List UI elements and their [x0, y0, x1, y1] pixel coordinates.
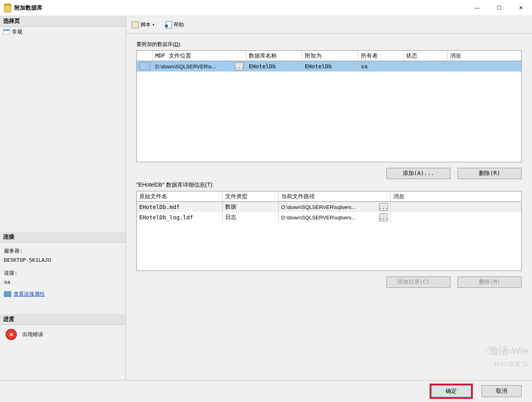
col-filetype[interactable]: 文件类型 — [223, 191, 279, 202]
cell-mdf[interactable]: D:\down\SQLSERVER\s... ... — [153, 61, 246, 72]
titlebar: 附加数据库 — ☐ ✕ — [0, 0, 532, 16]
grid-row[interactable]: EHotelDb.mdf 数据 D:\down\SQLSERVER\sqlser… — [137, 202, 521, 212]
add-directory-button: 添加目录(C)... — [386, 277, 450, 288]
progress-header: 进度 — [0, 314, 126, 325]
cell-status — [404, 61, 448, 72]
cell-owner[interactable]: sa — [358, 61, 404, 72]
script-icon — [132, 21, 139, 28]
main-panel: 脚本 ▾ 帮助 要附加的数据库(D): MDF 文件位置 数据库名称 附加为 — [126, 16, 532, 380]
maximize-button[interactable]: ☐ — [488, 0, 510, 16]
col-msg[interactable]: 消息 — [391, 191, 521, 202]
progress-text: 出现错误 — [22, 331, 43, 338]
col-dbname[interactable]: 数据库名称 — [246, 51, 302, 61]
browse-path-button[interactable]: ... — [379, 203, 388, 211]
details-grid[interactable]: 原始文件名 文件类型 当前文件路径 消息 EHotelDb.mdf 数据 D:\… — [136, 191, 522, 271]
col-origfile[interactable]: 原始文件名 — [137, 191, 223, 202]
connection-header: 连接 — [0, 232, 126, 243]
grid-header-row: MDF 文件位置 数据库名称 附加为 所有者 状态 消息 — [137, 51, 521, 61]
col-status[interactable]: 状态 — [404, 51, 448, 61]
browse-mdf-button[interactable]: ... — [235, 62, 244, 70]
conn-value: sa — [4, 279, 122, 285]
monitor-icon — [4, 291, 11, 297]
progress-status: ✕ 出现错误 — [0, 325, 126, 344]
col-attachas[interactable]: 附加为 — [302, 51, 358, 61]
cell-curpath[interactable]: D:\down\SQLSERVER\sqlserv... ... — [279, 202, 391, 212]
browse-path-button[interactable]: ... — [379, 213, 388, 221]
cell-filetype[interactable]: 日志 — [223, 212, 279, 223]
cell-filetype[interactable]: 数据 — [223, 202, 279, 212]
cell-attachas[interactable]: EHotelDb — [302, 61, 358, 72]
ok-highlight: 确定 — [430, 384, 473, 399]
conn-label: 连接: — [4, 269, 122, 277]
grid-row[interactable]: EHotelDb_log.ldf 日志 D:\down\SQLSERVER\sq… — [137, 212, 521, 223]
toolbar: 脚本 ▾ 帮助 — [126, 16, 532, 34]
grid-row[interactable]: D:\down\SQLSERVER\s... ... EHotelDb EHot… — [137, 61, 521, 72]
grid-header-row: 原始文件名 文件类型 当前文件路径 消息 — [137, 191, 521, 202]
window-controls: — ☐ ✕ — [466, 0, 532, 16]
cell-origfile[interactable]: EHotelDb_log.ldf — [137, 212, 223, 223]
cell-curpath[interactable]: D:\down\SQLSERVER\sqlserv... ... — [279, 212, 391, 223]
cancel-button[interactable]: 取消 — [482, 385, 522, 397]
server-label: 服务器: — [4, 247, 122, 255]
cell-msg — [391, 202, 521, 212]
databases-grid[interactable]: MDF 文件位置 数据库名称 附加为 所有者 状态 消息 D:\down\SQL… — [136, 50, 522, 162]
sheet-icon — [3, 29, 10, 35]
details-label: "EHotelDb" 数据库详细信息(T): — [136, 181, 522, 189]
col-curpath[interactable]: 当前文件路径 — [279, 191, 391, 202]
cell-dbname[interactable]: EHotelDb — [246, 61, 302, 72]
dropdown-icon[interactable]: ▾ — [152, 22, 154, 27]
help-icon — [166, 21, 172, 28]
minimize-button[interactable]: — — [466, 0, 488, 16]
error-icon: ✕ — [6, 329, 17, 340]
script-button[interactable]: 脚本 ▾ — [130, 20, 156, 29]
view-connection-properties-link[interactable]: 查看连接属性 — [4, 291, 45, 298]
col-owner[interactable]: 所有者 — [358, 51, 404, 61]
cell-msg — [391, 212, 521, 223]
add-button[interactable]: 添加(A)... — [386, 168, 450, 179]
connection-info: 服务器: DESKTOP-5K1LAJU 连接: sa 查看连接属性 — [0, 243, 126, 302]
dialog-footer: 确定 取消 — [0, 380, 532, 402]
col-message[interactable]: 消息 — [448, 51, 521, 61]
row-indicator-icon — [139, 62, 150, 70]
window-title: 附加数据库 — [14, 4, 42, 12]
col-mdf[interactable]: MDF 文件位置 — [153, 51, 246, 61]
sidebar-item-general[interactable]: 常规 — [0, 27, 126, 37]
database-icon — [4, 4, 11, 12]
remove-button[interactable]: 删除(R) — [458, 168, 522, 179]
remove-file-button: 删除(M) — [458, 277, 522, 288]
select-page-header: 选择页 — [0, 16, 126, 27]
close-button[interactable]: ✕ — [510, 0, 532, 16]
ok-button[interactable]: 确定 — [431, 385, 471, 397]
cell-message — [448, 61, 521, 72]
server-value: DESKTOP-5K1LAJU — [4, 257, 122, 263]
attach-db-label: 要附加的数据库(D): — [136, 41, 522, 48]
sidebar-item-label: 常规 — [12, 28, 22, 36]
help-button[interactable]: 帮助 — [164, 20, 186, 29]
sidebar: 选择页 常规 连接 服务器: DESKTOP-5K1LAJU 连接: sa 查看… — [0, 16, 126, 380]
cell-origfile[interactable]: EHotelDb.mdf — [137, 202, 223, 212]
